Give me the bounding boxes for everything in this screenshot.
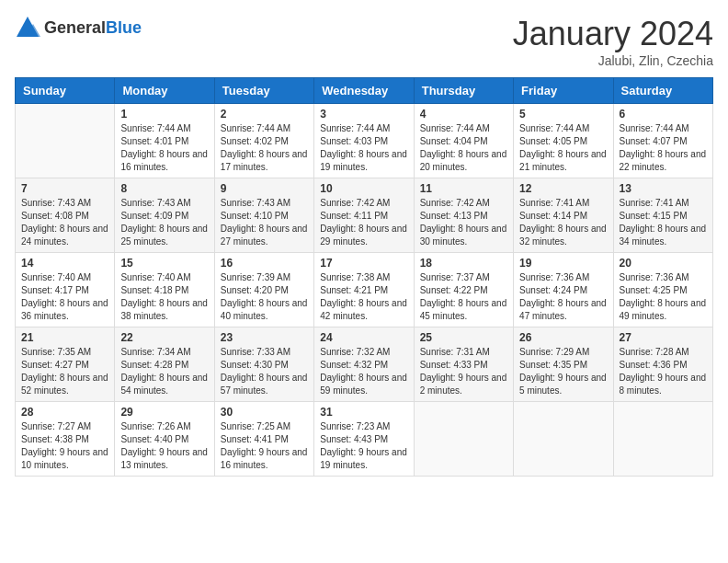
- day-number: 23: [221, 331, 308, 344]
- day-info: Sunrise: 7:40 AM Sunset: 4:17 PM Dayligh…: [21, 272, 108, 321]
- day-info: Sunrise: 7:29 AM Sunset: 4:35 PM Dayligh…: [519, 347, 607, 396]
- day-info: Sunrise: 7:36 AM Sunset: 4:25 PM Dayligh…: [620, 272, 707, 321]
- weekday-header: Friday: [514, 78, 613, 104]
- day-info: Sunrise: 7:34 AM Sunset: 4:28 PM Dayligh…: [120, 347, 208, 396]
- day-number: 19: [519, 257, 607, 270]
- weekday-header: Tuesday: [214, 78, 313, 104]
- day-number: 24: [320, 331, 407, 344]
- calendar-cell: 10 Sunrise: 7:42 AM Sunset: 4:11 PM Dayl…: [314, 178, 414, 253]
- calendar: SundayMondayTuesdayWednesdayThursdayFrid…: [15, 77, 713, 477]
- day-info: Sunrise: 7:42 AM Sunset: 4:13 PM Dayligh…: [420, 198, 507, 247]
- day-number: 2: [221, 108, 308, 121]
- calendar-cell: 18 Sunrise: 7:37 AM Sunset: 4:22 PM Dayl…: [414, 253, 513, 327]
- calendar-cell: 26 Sunrise: 7:29 AM Sunset: 4:35 PM Dayl…: [514, 327, 613, 402]
- calendar-cell: 15 Sunrise: 7:40 AM Sunset: 4:18 PM Dayl…: [115, 253, 214, 327]
- logo-blue: Blue: [106, 18, 142, 37]
- day-number: 30: [221, 406, 308, 419]
- weekday-header: Wednesday: [314, 78, 414, 104]
- day-info: Sunrise: 7:44 AM Sunset: 4:07 PM Dayligh…: [620, 123, 707, 172]
- day-number: 6: [620, 108, 707, 121]
- calendar-cell: 2 Sunrise: 7:44 AM Sunset: 4:02 PM Dayli…: [214, 104, 313, 178]
- day-number: 16: [221, 257, 308, 270]
- day-number: 8: [120, 182, 208, 195]
- calendar-cell: 11 Sunrise: 7:42 AM Sunset: 4:13 PM Dayl…: [414, 178, 513, 253]
- calendar-cell: 23 Sunrise: 7:33 AM Sunset: 4:30 PM Dayl…: [214, 327, 313, 402]
- day-info: Sunrise: 7:39 AM Sunset: 4:20 PM Dayligh…: [221, 272, 308, 321]
- calendar-cell: 4 Sunrise: 7:44 AM Sunset: 4:04 PM Dayli…: [414, 104, 513, 178]
- day-number: 12: [519, 182, 607, 195]
- day-info: Sunrise: 7:40 AM Sunset: 4:18 PM Dayligh…: [120, 272, 208, 321]
- day-info: Sunrise: 7:44 AM Sunset: 4:02 PM Dayligh…: [221, 123, 308, 172]
- day-info: Sunrise: 7:28 AM Sunset: 4:36 PM Dayligh…: [620, 347, 707, 396]
- day-info: Sunrise: 7:43 AM Sunset: 4:10 PM Dayligh…: [221, 198, 308, 247]
- calendar-cell: 27 Sunrise: 7:28 AM Sunset: 4:36 PM Dayl…: [613, 327, 712, 402]
- calendar-cell: 16 Sunrise: 7:39 AM Sunset: 4:20 PM Dayl…: [214, 253, 313, 327]
- day-number: 14: [21, 257, 108, 270]
- calendar-cell: 28 Sunrise: 7:27 AM Sunset: 4:38 PM Dayl…: [16, 402, 115, 477]
- calendar-cell: [514, 402, 613, 477]
- logo-general: General: [44, 18, 106, 37]
- day-info: Sunrise: 7:26 AM Sunset: 4:40 PM Dayligh…: [120, 421, 208, 470]
- logo-icon: [15, 15, 40, 40]
- day-info: Sunrise: 7:37 AM Sunset: 4:22 PM Dayligh…: [420, 272, 507, 321]
- calendar-cell: [613, 402, 712, 477]
- calendar-cell: 5 Sunrise: 7:44 AM Sunset: 4:05 PM Dayli…: [514, 104, 613, 178]
- day-number: 10: [320, 182, 407, 195]
- calendar-cell: 8 Sunrise: 7:43 AM Sunset: 4:09 PM Dayli…: [115, 178, 214, 253]
- day-info: Sunrise: 7:33 AM Sunset: 4:30 PM Dayligh…: [221, 347, 308, 396]
- calendar-cell: 21 Sunrise: 7:35 AM Sunset: 4:27 PM Dayl…: [16, 327, 115, 402]
- calendar-cell: 20 Sunrise: 7:36 AM Sunset: 4:25 PM Dayl…: [613, 253, 712, 327]
- day-info: Sunrise: 7:41 AM Sunset: 4:15 PM Dayligh…: [620, 198, 707, 247]
- calendar-cell: 7 Sunrise: 7:43 AM Sunset: 4:08 PM Dayli…: [16, 178, 115, 253]
- day-number: 13: [620, 182, 707, 195]
- calendar-cell: 25 Sunrise: 7:31 AM Sunset: 4:33 PM Dayl…: [414, 327, 513, 402]
- logo: GeneralBlue: [15, 15, 142, 40]
- weekday-header: Thursday: [414, 78, 513, 104]
- day-number: 25: [420, 331, 507, 344]
- day-number: 7: [21, 182, 108, 195]
- day-info: Sunrise: 7:44 AM Sunset: 4:05 PM Dayligh…: [519, 123, 607, 172]
- day-info: Sunrise: 7:27 AM Sunset: 4:38 PM Dayligh…: [21, 421, 108, 470]
- calendar-cell: 24 Sunrise: 7:32 AM Sunset: 4:32 PM Dayl…: [314, 327, 414, 402]
- day-info: Sunrise: 7:23 AM Sunset: 4:43 PM Dayligh…: [320, 421, 407, 470]
- day-info: Sunrise: 7:41 AM Sunset: 4:14 PM Dayligh…: [519, 198, 607, 247]
- calendar-cell: [16, 104, 115, 178]
- weekday-header: Sunday: [16, 78, 115, 104]
- day-info: Sunrise: 7:43 AM Sunset: 4:08 PM Dayligh…: [21, 198, 108, 247]
- day-info: Sunrise: 7:44 AM Sunset: 4:04 PM Dayligh…: [420, 123, 507, 172]
- day-number: 20: [620, 257, 707, 270]
- calendar-cell: 9 Sunrise: 7:43 AM Sunset: 4:10 PM Dayli…: [214, 178, 313, 253]
- title-block: January 2024 Jalubi, Zlin, Czechia: [513, 15, 713, 68]
- calendar-cell: 6 Sunrise: 7:44 AM Sunset: 4:07 PM Dayli…: [613, 104, 712, 178]
- day-number: 18: [420, 257, 507, 270]
- weekday-header: Monday: [115, 78, 214, 104]
- day-number: 21: [21, 331, 108, 344]
- calendar-cell: 30 Sunrise: 7:25 AM Sunset: 4:41 PM Dayl…: [214, 402, 313, 477]
- calendar-cell: [414, 402, 513, 477]
- day-info: Sunrise: 7:42 AM Sunset: 4:11 PM Dayligh…: [320, 198, 407, 247]
- day-info: Sunrise: 7:31 AM Sunset: 4:33 PM Dayligh…: [420, 347, 507, 396]
- day-number: 9: [221, 182, 308, 195]
- day-number: 4: [420, 108, 507, 121]
- location: Jalubi, Zlin, Czechia: [513, 53, 713, 68]
- day-number: 27: [620, 331, 707, 344]
- calendar-cell: 13 Sunrise: 7:41 AM Sunset: 4:15 PM Dayl…: [613, 178, 712, 253]
- page-header: GeneralBlue January 2024 Jalubi, Zlin, C…: [15, 15, 713, 68]
- day-info: Sunrise: 7:35 AM Sunset: 4:27 PM Dayligh…: [21, 347, 108, 396]
- day-number: 22: [120, 331, 208, 344]
- day-info: Sunrise: 7:44 AM Sunset: 4:03 PM Dayligh…: [320, 123, 407, 172]
- day-number: 5: [519, 108, 607, 121]
- day-number: 3: [320, 108, 407, 121]
- month-title: January 2024: [513, 15, 713, 53]
- day-number: 28: [21, 406, 108, 419]
- calendar-cell: 3 Sunrise: 7:44 AM Sunset: 4:03 PM Dayli…: [314, 104, 414, 178]
- calendar-cell: 19 Sunrise: 7:36 AM Sunset: 4:24 PM Dayl…: [514, 253, 613, 327]
- weekday-header: Saturday: [613, 78, 712, 104]
- day-number: 31: [320, 406, 407, 419]
- day-number: 1: [120, 108, 208, 121]
- calendar-cell: 1 Sunrise: 7:44 AM Sunset: 4:01 PM Dayli…: [115, 104, 214, 178]
- calendar-cell: 29 Sunrise: 7:26 AM Sunset: 4:40 PM Dayl…: [115, 402, 214, 477]
- day-number: 29: [120, 406, 208, 419]
- day-info: Sunrise: 7:36 AM Sunset: 4:24 PM Dayligh…: [519, 272, 607, 321]
- day-number: 11: [420, 182, 507, 195]
